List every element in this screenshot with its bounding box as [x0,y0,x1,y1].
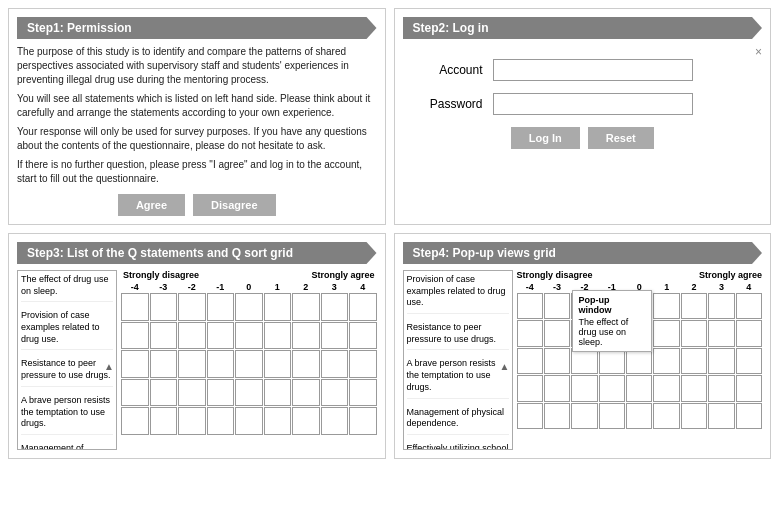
grid-cell[interactable] [292,293,320,321]
grid-cell[interactable] [121,293,149,321]
grid-cell[interactable] [292,379,320,407]
grid-cell[interactable] [517,293,543,319]
grid-cell[interactable] [681,348,707,374]
grid-cell[interactable] [736,348,762,374]
grid-cell[interactable] [235,350,263,378]
grid-cell[interactable] [708,403,734,429]
password-input[interactable] [493,93,693,115]
grid-cell[interactable] [517,348,543,374]
list-item: Management of physical dependence. [407,407,509,435]
grid-cell[interactable] [653,348,679,374]
grid-cell[interactable] [517,403,543,429]
step1-para3: Your response will only be used for surv… [17,125,377,153]
account-input[interactable] [493,59,693,81]
grid-cell[interactable] [736,293,762,319]
grid-cell[interactable] [708,293,734,319]
grid-cell[interactable] [321,379,349,407]
col-header: -4 [121,282,149,292]
grid-cell[interactable] [150,322,178,350]
grid-cell[interactable] [681,320,707,346]
grid-cell[interactable] [517,320,543,346]
grid-cell[interactable] [178,322,206,350]
grid-cell[interactable] [235,379,263,407]
disagree-button[interactable]: Disagree [193,194,275,216]
grid-cell[interactable] [517,375,543,401]
grid-cell[interactable] [121,379,149,407]
grid-cell[interactable] [178,350,206,378]
grid-cell[interactable] [626,375,652,401]
grid-cell[interactable] [544,403,570,429]
grid-cell[interactable] [681,375,707,401]
grid-cell[interactable] [708,348,734,374]
grid-cell[interactable] [150,293,178,321]
grid-cell[interactable] [349,322,377,350]
grid-cell[interactable] [681,293,707,319]
grid-cell[interactable] [736,375,762,401]
grid-cell[interactable] [321,350,349,378]
grid-cell[interactable] [264,379,292,407]
grid-cell[interactable] [736,403,762,429]
close-icon[interactable]: × [755,45,762,59]
login-form: Account Password [403,59,763,115]
grid-cell[interactable] [349,379,377,407]
grid-cell[interactable] [264,322,292,350]
grid-cell[interactable] [571,375,597,401]
grid-cell[interactable] [235,293,263,321]
grid-cell[interactable] [121,407,149,435]
agree-button[interactable]: Agree [118,194,185,216]
grid-cell[interactable] [178,407,206,435]
grid-cell[interactable] [321,407,349,435]
grid-cell[interactable] [264,293,292,321]
step1-para4: If there is no further question, please … [17,158,377,186]
step1-para1: The purpose of this study is to identify… [17,45,377,87]
grid-cell[interactable] [599,375,625,401]
grid-cell[interactable] [544,293,570,319]
col-header: 3 [321,282,349,292]
grid-cell[interactable] [178,293,206,321]
grid-cell[interactable] [349,350,377,378]
scroll-indicator[interactable]: ▲ [500,360,510,373]
grid-cell[interactable] [321,293,349,321]
grid-cell[interactable] [653,375,679,401]
grid-cell[interactable] [264,407,292,435]
popup-grid-area: Strongly disagree Strongly agree -4 -3 -… [517,270,763,450]
grid-cell[interactable] [653,320,679,346]
grid-cell[interactable] [599,403,625,429]
statement-list: The effect of drug use on sleep. Provisi… [17,270,117,450]
grid-cell[interactable] [207,350,235,378]
grid-cell[interactable] [708,375,734,401]
grid-cell[interactable] [708,320,734,346]
scroll-indicator[interactable]: ▲ [104,360,114,373]
grid-cell[interactable] [544,320,570,346]
grid-cell[interactable] [681,403,707,429]
grid-cell[interactable] [150,407,178,435]
grid-cell[interactable] [292,350,320,378]
grid-cell[interactable] [544,375,570,401]
grid-cell[interactable] [571,403,597,429]
grid-cell[interactable] [653,403,679,429]
grid-cell[interactable] [121,350,149,378]
grid-cell[interactable] [235,407,263,435]
grid-cell[interactable] [653,293,679,319]
grid-cell[interactable] [544,348,570,374]
grid-cell[interactable] [207,407,235,435]
grid-cell[interactable] [349,293,377,321]
grid-cell[interactable] [349,407,377,435]
reset-button[interactable]: Reset [588,127,654,149]
grid-cell[interactable] [626,403,652,429]
grid-cell[interactable] [321,322,349,350]
grid-cell[interactable] [150,379,178,407]
q-sort-grid[interactable] [121,293,377,435]
grid-cell[interactable] [292,322,320,350]
grid-cell[interactable] [207,322,235,350]
grid-cell[interactable] [292,407,320,435]
grid-cell[interactable] [264,350,292,378]
grid-cell[interactable] [235,322,263,350]
grid-cell[interactable] [736,320,762,346]
grid-cell[interactable] [178,379,206,407]
grid-cell[interactable] [207,293,235,321]
grid-cell[interactable] [121,322,149,350]
grid-cell[interactable] [207,379,235,407]
login-button[interactable]: Log In [511,127,580,149]
grid-cell[interactable] [150,350,178,378]
